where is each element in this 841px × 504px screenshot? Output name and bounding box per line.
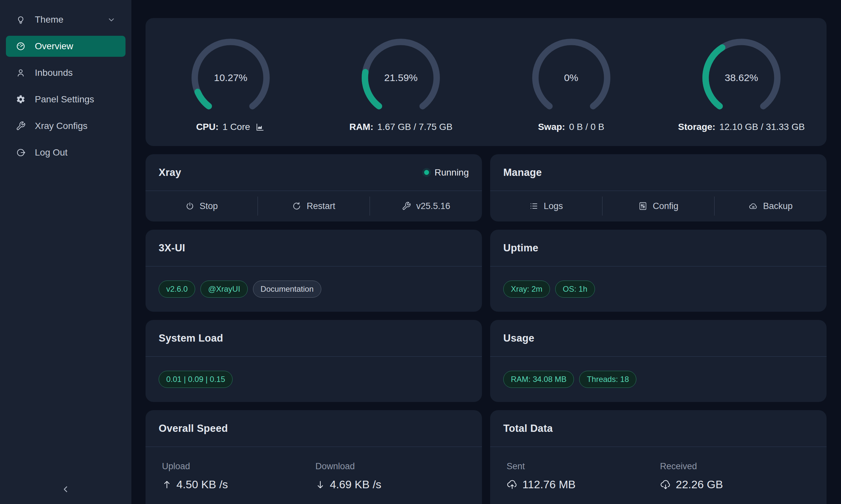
cpu-chart-button[interactable]: [255, 122, 265, 132]
total-data-stats: Sent 112.76 MB Received: [490, 447, 826, 491]
restart-button-label: Restart: [307, 201, 335, 211]
xray-status: Running: [424, 167, 469, 178]
sidebar-item-xray-configs[interactable]: Xray Configs: [6, 115, 125, 137]
received-value-text: 22.26 GB: [676, 478, 723, 491]
ram-gauge-caption-rest: 1.67 GB / 7.75 GB: [377, 122, 453, 132]
sent-label: Sent: [507, 461, 660, 471]
storage-gauge-caption-rest: 12.10 GB / 31.33 GB: [719, 122, 805, 132]
storage-gauge-caption: Storage: 12.10 GB / 31.33 GB: [678, 122, 805, 132]
cloud-download-icon: [660, 479, 671, 490]
received-label: Received: [660, 461, 813, 471]
swap-gauge-caption-bold: Swap:: [538, 122, 565, 132]
ram-gauge-caption: RAM: 1.67 GB / 7.75 GB: [349, 122, 452, 132]
logout-icon: [16, 148, 25, 158]
cpu-gauge-caption: CPU: 1 Core: [196, 122, 265, 132]
xui-tags: v2.6.0 @XrayUI Documentation: [145, 267, 482, 311]
area-chart-icon: [255, 122, 265, 132]
sent-stat: Sent 112.76 MB: [507, 461, 660, 491]
xui-card-title: 3X-UI: [159, 242, 185, 254]
chevron-left-icon: [61, 484, 71, 494]
sidebar-item-overview[interactable]: Overview: [6, 36, 125, 57]
sidebar-item-label: Log Out: [35, 147, 68, 158]
overall-speed-card: Overall Speed Upload 4.50 KB /s Download: [145, 410, 482, 504]
restart-button[interactable]: Restart: [258, 191, 370, 221]
upload-stat: Upload 4.50 KB /s: [162, 461, 315, 491]
config-icon: [638, 201, 648, 211]
sidebar-item-theme[interactable]: Theme: [6, 9, 125, 30]
logs-button-label: Logs: [544, 201, 563, 211]
uptime-card-title: Uptime: [503, 242, 538, 254]
manage-actions: Logs Config: [490, 191, 826, 221]
upload-label: Upload: [162, 461, 315, 471]
ram-gauge-caption-bold: RAM:: [349, 122, 373, 132]
cpu-gauge-caption-rest: 1 Core: [222, 122, 250, 132]
storage-gauge-caption-bold: Storage:: [678, 122, 716, 132]
dashboard-icon: [16, 41, 25, 51]
xrayui-tag[interactable]: @XrayUI: [201, 281, 248, 298]
swap-gauge-value: 0%: [529, 35, 614, 121]
power-icon: [185, 201, 194, 211]
usage-tags: RAM: 34.08 MB Threads: 18: [490, 357, 826, 402]
restart-icon: [292, 201, 301, 211]
sidebar-item-log-out[interactable]: Log Out: [6, 142, 125, 163]
backup-icon: [749, 201, 758, 211]
upload-value: 4.50 KB /s: [162, 478, 315, 491]
ram-usage-tag: RAM: 34.08 MB: [503, 371, 574, 388]
list-icon: [529, 201, 538, 211]
gauges-row: 10.27% CPU: 1 Core: [145, 18, 826, 146]
system-load-card: System Load 0.01 | 0.09 | 0.15: [145, 320, 482, 402]
system-load-tags: 0.01 | 0.09 | 0.15: [145, 357, 482, 402]
swap-gauge-caption: Swap: 0 B / 0 B: [538, 122, 604, 132]
swap-gauge: 0% Swap: 0 B / 0 B: [486, 32, 656, 132]
sidebar-item-label: Panel Settings: [35, 94, 94, 105]
status-dot-icon: [424, 170, 429, 175]
documentation-tag[interactable]: Documentation: [253, 281, 321, 298]
sidebar-item-label: Theme: [35, 15, 64, 25]
uptime-tags: Xray: 2m OS: 1h: [490, 267, 826, 311]
xray-card: Xray Running Stop: [145, 154, 482, 221]
cloud-upload-icon: [507, 479, 518, 490]
overall-speed-card-title: Overall Speed: [159, 422, 228, 434]
xray-card-title: Xray: [159, 167, 181, 179]
cpu-gauge-value: 10.27%: [188, 35, 273, 121]
stop-button-label: Stop: [200, 201, 218, 211]
upload-value-text: 4.50 KB /s: [176, 478, 228, 491]
xray-actions: Stop Restart v25.5.16: [145, 191, 482, 221]
download-value-text: 4.69 KB /s: [330, 478, 381, 491]
uptime-card: Uptime Xray: 2m OS: 1h: [490, 230, 826, 312]
bulb-icon: [16, 15, 25, 24]
xui-card: 3X-UI v2.6.0 @XrayUI Documentation: [145, 230, 482, 312]
logs-button[interactable]: Logs: [490, 191, 602, 221]
stop-button[interactable]: Stop: [145, 191, 258, 221]
sidebar-item-panel-settings[interactable]: Panel Settings: [6, 89, 125, 110]
version-tag[interactable]: v2.6.0: [159, 281, 195, 298]
config-button[interactable]: Config: [602, 191, 715, 221]
received-value: 22.26 GB: [660, 478, 813, 491]
arrow-down-icon: [315, 480, 325, 489]
os-uptime-tag: OS: 1h: [555, 281, 595, 298]
sidebar-collapse-button[interactable]: [58, 482, 73, 497]
user-icon: [16, 68, 25, 78]
sidebar-item-label: Inbounds: [35, 68, 73, 78]
xray-version-button[interactable]: v25.5.16: [370, 191, 482, 221]
usage-card: Usage RAM: 34.08 MB Threads: 18: [490, 320, 826, 402]
ram-gauge: 21.59% RAM: 1.67 GB / 7.75 GB: [316, 32, 486, 132]
storage-gauge-value: 38.62%: [699, 35, 784, 121]
wrench-icon: [402, 201, 411, 211]
chevron-down-icon: [107, 15, 116, 24]
xray-status-label: Running: [435, 167, 469, 178]
load-average-tag: 0.01 | 0.09 | 0.15: [159, 371, 233, 388]
sent-value-text: 112.76 MB: [522, 478, 576, 491]
sidebar: Theme Overview Inbounds Panel Settings: [0, 0, 132, 504]
total-data-card: Total Data Sent 112.76 MB Received: [490, 410, 826, 504]
backup-button-label: Backup: [763, 201, 793, 211]
arrow-up-icon: [162, 480, 172, 489]
cpu-gauge-caption-bold: CPU:: [196, 122, 219, 132]
total-data-card-title: Total Data: [503, 422, 553, 434]
sidebar-item-inbounds[interactable]: Inbounds: [6, 62, 125, 83]
storage-gauge: 38.62% Storage: 12.10 GB / 31.33 GB: [656, 32, 826, 132]
sent-value: 112.76 MB: [507, 478, 660, 491]
backup-button[interactable]: Backup: [715, 191, 826, 221]
usage-card-title: Usage: [503, 332, 534, 344]
swap-gauge-caption-rest: 0 B / 0 B: [569, 122, 604, 132]
